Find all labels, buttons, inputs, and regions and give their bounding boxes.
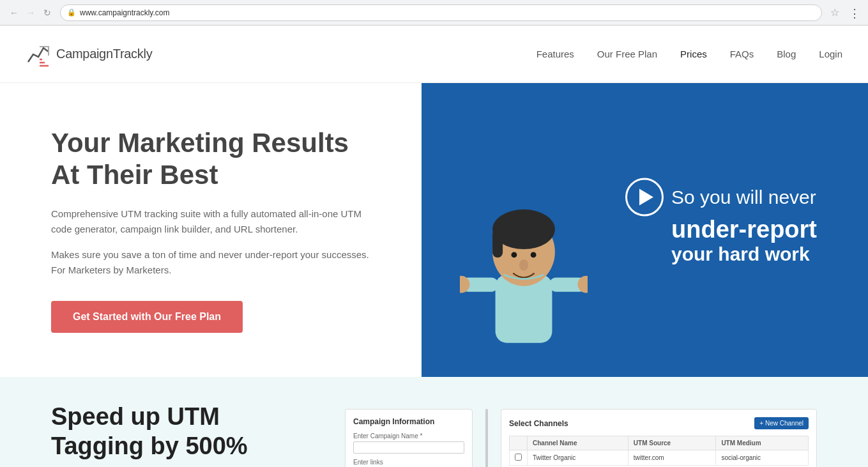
channels-heading: Select Channels xyxy=(509,419,568,428)
browser-nav-buttons: ← → ↻ xyxy=(8,6,54,19)
hero-right: So you will never under-report your hard… xyxy=(422,83,868,377)
nav-login[interactable]: Login xyxy=(819,49,842,59)
panel-divider xyxy=(485,409,488,467)
character-illustration xyxy=(460,172,588,377)
col-utm-source: UTM Source xyxy=(628,436,716,450)
bookmark-button[interactable]: ☆ xyxy=(828,6,841,19)
nav-free-plan[interactable]: Our Free Plan xyxy=(597,49,657,59)
video-overlay-text: So you will never under-report your hard… xyxy=(625,178,817,265)
table-row: Twitter Organic twitter.com social-organ… xyxy=(510,450,809,466)
campaign-info-panel: Campaign Information Enter Campaign Name… xyxy=(345,409,473,467)
row-utm-source: twitter.com xyxy=(628,450,716,466)
section-2-right: Campaign Information Enter Campaign Name… xyxy=(345,402,817,467)
play-button[interactable] xyxy=(625,178,664,217)
address-bar[interactable]: 🔒 www.campaigntrackly.com xyxy=(60,4,822,21)
browser-chrome: ← → ↻ 🔒 www.campaigntrackly.com ☆ ⋮ xyxy=(0,0,868,26)
logo-link[interactable]: CampaignTrackly xyxy=(26,42,152,67)
video-area[interactable]: So you will never under-report your hard… xyxy=(422,83,868,377)
section-2-title: Speed up UTM Tagging by 500% xyxy=(51,402,294,461)
refresh-button[interactable]: ↻ xyxy=(41,6,54,19)
back-button[interactable]: ← xyxy=(8,6,20,19)
video-line1: So you will never xyxy=(625,178,817,217)
row-channel-name: Twitter Organic xyxy=(528,450,628,466)
navbar: CampaignTrackly Features Our Free Plan P… xyxy=(0,26,868,83)
svg-point-8 xyxy=(531,252,537,257)
nav-faqs[interactable]: FAQs xyxy=(730,49,754,59)
col-checkbox xyxy=(510,436,528,450)
svg-point-7 xyxy=(511,252,517,257)
hero-left: Your Marketing Results At Their Best Com… xyxy=(0,83,422,377)
campaign-name-input[interactable] xyxy=(353,441,464,454)
enter-links-label: Enter links xyxy=(353,459,464,466)
site-wrapper: CampaignTrackly Features Our Free Plan P… xyxy=(0,26,868,467)
hero-section: Your Marketing Results At Their Best Com… xyxy=(0,83,868,377)
lock-icon: 🔒 xyxy=(67,8,76,17)
browser-menu-button[interactable]: ⋮ xyxy=(848,6,860,19)
url-text: www.campaigntrackly.com xyxy=(80,8,169,17)
cta-button[interactable]: Get Started with Our Free Plan xyxy=(51,301,243,333)
new-channel-button[interactable]: + New Channel xyxy=(754,417,809,429)
logo-text: CampaignTrackly xyxy=(56,47,152,61)
campaign-name-label: Enter Campaign Name * xyxy=(353,433,464,440)
table-header-row: Channel Name UTM Source UTM Medium xyxy=(510,436,809,450)
svg-rect-6 xyxy=(492,229,503,257)
enter-links-field: Enter links xyxy=(353,459,464,467)
col-channel-name: Channel Name xyxy=(528,436,628,450)
campaign-name-field: Enter Campaign Name * xyxy=(353,433,464,454)
hero-description-1: Comprehensive UTM tracking suite with a … xyxy=(51,206,383,237)
logo-icon xyxy=(26,42,51,67)
section-2-left: Speed up UTM Tagging by 500% xyxy=(51,402,294,461)
section-2: Speed up UTM Tagging by 500% Campaign In… xyxy=(0,377,868,467)
hero-title: Your Marketing Results At Their Best xyxy=(51,127,383,192)
forward-button[interactable]: → xyxy=(24,6,37,19)
svg-point-9 xyxy=(519,259,528,271)
row-checkbox[interactable] xyxy=(510,450,528,466)
nav-blog[interactable]: Blog xyxy=(777,49,796,59)
channels-table: Channel Name UTM Source UTM Medium Twitt… xyxy=(509,436,809,466)
hero-description-2: Makes sure you save a ton of time and ne… xyxy=(51,247,383,278)
col-utm-medium: UTM Medium xyxy=(716,436,809,450)
video-text-line1: So you will never xyxy=(671,187,816,208)
campaign-panel-heading: Campaign Information xyxy=(353,417,464,426)
nav-features[interactable]: Features xyxy=(537,49,574,59)
channels-panel: Select Channels + New Channel Channel Na… xyxy=(501,409,817,467)
video-text-line3: your hard work xyxy=(671,243,817,264)
nav-prices[interactable]: Prices xyxy=(680,49,707,59)
channels-header: Select Channels + New Channel xyxy=(509,417,809,429)
nav-links: Features Our Free Plan Prices FAQs Blog … xyxy=(537,49,842,59)
video-text-line2: under-report xyxy=(671,217,817,243)
row-utm-medium: social-organic xyxy=(716,450,809,466)
